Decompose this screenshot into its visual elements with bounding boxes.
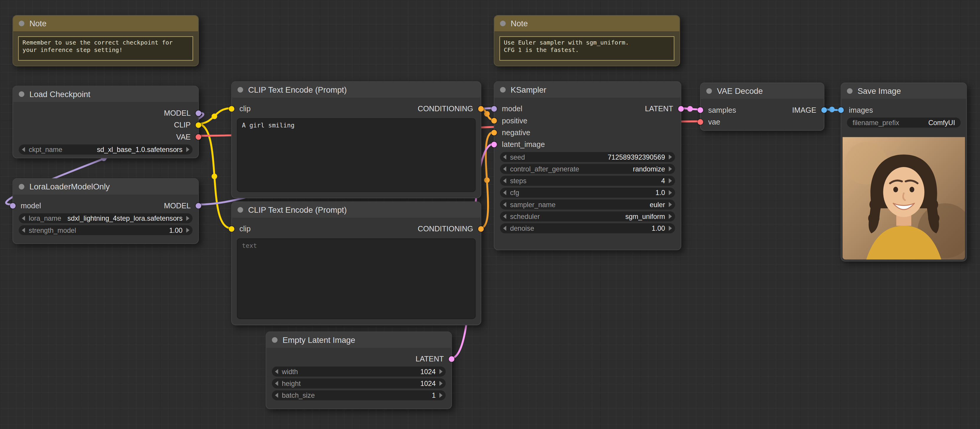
widget-lora-name[interactable]: lora_name sdxl_lightning_4step_lora.safe… bbox=[19, 213, 192, 223]
node-title: VAE Decode bbox=[717, 86, 763, 96]
widget-steps[interactable]: steps 4 bbox=[500, 176, 675, 186]
widget-scheduler[interactable]: scheduler sgm_uniform bbox=[500, 212, 675, 222]
widget-control-after-generate[interactable]: control_after_generate randomize bbox=[500, 164, 675, 174]
node-header[interactable]: Empty Latent Image bbox=[266, 332, 451, 348]
output-slot-latent: LATENT bbox=[266, 353, 451, 365]
stepper-right-icon[interactable] bbox=[439, 369, 442, 374]
widget-ckpt-name[interactable]: ckpt_name sd_xl_base_1.0.safetensors bbox=[19, 145, 192, 155]
widget-seed[interactable]: seed 712589392390569 bbox=[500, 152, 675, 162]
stepper-right-icon[interactable] bbox=[669, 178, 672, 183]
stepper-right-icon[interactable] bbox=[439, 381, 442, 386]
collapse-dot-icon[interactable] bbox=[238, 87, 243, 92]
node-header[interactable]: CLIP Text Encode (Prompt) bbox=[232, 82, 481, 98]
input-dot-conditioning[interactable] bbox=[491, 129, 497, 135]
slot-samples-image: samples IMAGE bbox=[701, 104, 824, 116]
widget-denoise[interactable]: denoise 1.00 bbox=[500, 223, 675, 233]
node-header[interactable]: Note bbox=[495, 16, 679, 31]
output-dot-clip[interactable] bbox=[196, 122, 201, 128]
widget-sampler-name[interactable]: sampler_name euler bbox=[500, 199, 675, 209]
stepper-right-icon[interactable] bbox=[669, 226, 672, 231]
widget-strength-model[interactable]: strength_model 1.00 bbox=[19, 225, 192, 235]
stepper-left-icon[interactable] bbox=[503, 178, 506, 183]
stepper-left-icon[interactable] bbox=[503, 202, 506, 207]
stepper-left-icon[interactable] bbox=[275, 369, 278, 374]
output-dot-image[interactable] bbox=[821, 107, 827, 113]
stepper-right-icon[interactable] bbox=[669, 214, 672, 219]
input-dot-clip[interactable] bbox=[229, 226, 234, 231]
collapse-dot-icon[interactable] bbox=[238, 207, 243, 213]
stepper-left-icon[interactable] bbox=[503, 155, 506, 159]
widget-filename-prefix[interactable]: filename_prefix ComfyUI bbox=[847, 118, 961, 128]
input-dot-vae[interactable] bbox=[698, 119, 703, 124]
stepper-left-icon[interactable] bbox=[275, 393, 278, 398]
widget-height[interactable]: height 1024 bbox=[272, 378, 445, 389]
node-clip-text-encode-positive[interactable]: CLIP Text Encode (Prompt) clip CONDITION… bbox=[231, 81, 481, 198]
output-dot-conditioning[interactable] bbox=[478, 105, 484, 111]
stepper-left-icon[interactable] bbox=[275, 381, 278, 386]
stepper-left-icon[interactable] bbox=[22, 147, 25, 152]
stepper-left-icon[interactable] bbox=[22, 228, 25, 233]
input-dot-latent[interactable] bbox=[698, 107, 703, 113]
stepper-right-icon[interactable] bbox=[439, 393, 442, 398]
node-header[interactable]: Load Checkpoint bbox=[13, 86, 199, 102]
stepper-left-icon[interactable] bbox=[22, 216, 25, 221]
node-header[interactable]: Note bbox=[13, 16, 199, 31]
input-dot-conditioning[interactable] bbox=[491, 118, 497, 123]
input-dot-clip[interactable] bbox=[229, 105, 234, 111]
node-header[interactable]: VAE Decode bbox=[701, 83, 824, 99]
stepper-right-icon[interactable] bbox=[186, 228, 189, 233]
widget-batch-size[interactable]: batch_size 1 bbox=[272, 390, 445, 400]
note-text-area[interactable]: Remember to use the correct checkpoint f… bbox=[18, 36, 193, 61]
stepper-right-icon[interactable] bbox=[669, 202, 672, 207]
collapse-dot-icon[interactable] bbox=[847, 88, 853, 94]
prompt-text-area[interactable]: A girl smiling bbox=[237, 118, 476, 192]
node-lora-loader[interactable]: LoraLoaderModelOnly model MODEL lora_nam… bbox=[13, 178, 199, 244]
node-note-1[interactable]: Note Remember to use the correct checkpo… bbox=[13, 15, 199, 66]
stepper-right-icon[interactable] bbox=[669, 155, 672, 159]
node-load-checkpoint[interactable]: Load Checkpoint MODEL CLIP VAE ckpt_name… bbox=[13, 86, 199, 158]
collapse-dot-icon[interactable] bbox=[500, 21, 506, 26]
node-header[interactable]: LoraLoaderModelOnly bbox=[13, 179, 199, 195]
stepper-left-icon[interactable] bbox=[503, 166, 506, 171]
collapse-dot-icon[interactable] bbox=[706, 88, 712, 94]
stepper-left-icon[interactable] bbox=[503, 214, 506, 219]
node-header[interactable]: KSampler bbox=[495, 82, 681, 98]
wire-dot bbox=[687, 106, 693, 112]
input-dot-model[interactable] bbox=[10, 203, 16, 208]
collapse-dot-icon[interactable] bbox=[500, 87, 506, 92]
widget-cfg[interactable]: cfg 1.0 bbox=[500, 188, 675, 198]
node-clip-text-encode-negative[interactable]: CLIP Text Encode (Prompt) clip CONDITION… bbox=[231, 201, 481, 325]
node-vae-decode[interactable]: VAE Decode samples IMAGE vae bbox=[700, 83, 824, 131]
output-dot-latent[interactable] bbox=[449, 356, 454, 362]
output-dot-model[interactable] bbox=[196, 110, 201, 116]
input-dot-model[interactable] bbox=[491, 105, 497, 111]
node-note-2[interactable]: Note Use Euler sampler with sgm_uniform.… bbox=[494, 15, 680, 66]
widget-width[interactable]: width 1024 bbox=[272, 367, 445, 376]
note-text-area[interactable]: Use Euler sampler with sgm_uniform. CFG … bbox=[500, 36, 675, 61]
node-header[interactable]: Save Image bbox=[842, 83, 966, 99]
input-dot-image[interactable] bbox=[838, 107, 844, 113]
slot-model-latent: model LATENT bbox=[495, 103, 681, 115]
stepper-left-icon[interactable] bbox=[503, 190, 506, 195]
node-header[interactable]: CLIP Text Encode (Prompt) bbox=[232, 202, 481, 218]
output-dot-vae[interactable] bbox=[196, 134, 201, 140]
output-dot-conditioning[interactable] bbox=[478, 226, 484, 231]
prompt-text-area[interactable]: text bbox=[237, 238, 476, 319]
node-graph-canvas[interactable]: Note Remember to use the correct checkpo… bbox=[0, 0, 980, 429]
stepper-left-icon[interactable] bbox=[503, 226, 506, 231]
collapse-dot-icon[interactable] bbox=[19, 21, 24, 26]
collapse-dot-icon[interactable] bbox=[19, 91, 24, 97]
stepper-right-icon[interactable] bbox=[186, 147, 189, 152]
input-dot-latent[interactable] bbox=[491, 141, 497, 147]
collapse-dot-icon[interactable] bbox=[272, 337, 277, 343]
stepper-right-icon[interactable] bbox=[669, 166, 672, 171]
slot-clip-conditioning: clip CONDITIONING bbox=[232, 103, 481, 115]
output-dot-model[interactable] bbox=[196, 203, 201, 208]
collapse-dot-icon[interactable] bbox=[19, 184, 24, 190]
node-empty-latent-image[interactable]: Empty Latent Image LATENT width 1024 hei… bbox=[266, 332, 452, 409]
node-ksampler[interactable]: KSampler model LATENT positive negative … bbox=[494, 81, 681, 250]
stepper-right-icon[interactable] bbox=[186, 216, 189, 221]
stepper-right-icon[interactable] bbox=[669, 190, 672, 195]
output-dot-latent[interactable] bbox=[678, 105, 684, 111]
node-save-image[interactable]: Save Image images filename_prefix ComfyU… bbox=[840, 83, 967, 262]
